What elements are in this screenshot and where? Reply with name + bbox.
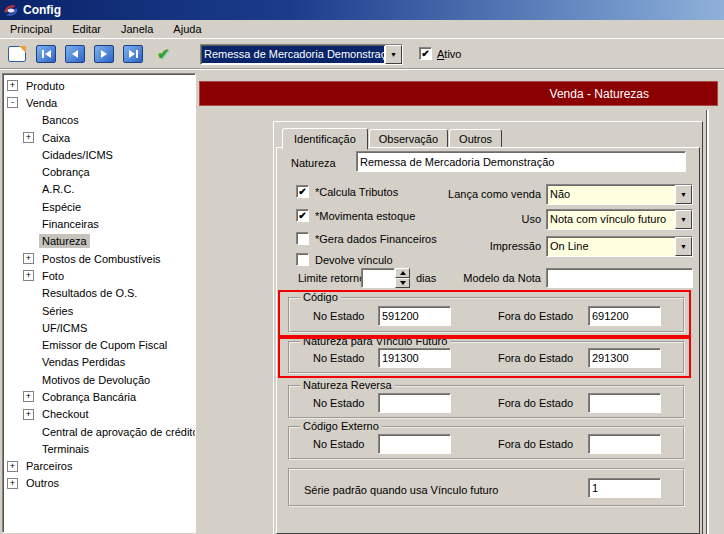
- reversa-fora-estado-input[interactable]: [588, 393, 661, 413]
- expand-icon[interactable]: +: [23, 253, 34, 264]
- tree-item-label: Bancos: [39, 113, 82, 127]
- tree-item-venda[interactable]: -Venda: [3, 94, 195, 111]
- limite-retorno-label: Limite retorno: [298, 272, 365, 284]
- tree-item-central-aprovacao[interactable]: Central de aprovação de crédito: [3, 423, 195, 440]
- expand-icon[interactable]: +: [23, 270, 34, 281]
- tree-item-uf-icms[interactable]: UF/ICMS: [3, 319, 195, 336]
- no-estado-label: No Estado: [313, 310, 364, 322]
- serie-padrao-input[interactable]: [588, 478, 661, 498]
- spin-up-button[interactable]: [395, 268, 410, 278]
- tree-item-foto[interactable]: +Foto: [3, 267, 195, 284]
- tree-item-vendas-perdidas[interactable]: Vendas Perdidas: [3, 354, 195, 371]
- codigo-no-estado-input[interactable]: [378, 306, 451, 326]
- limite-retorno-spinner: [395, 268, 410, 288]
- vinculo-no-estado-input[interactable]: [378, 348, 451, 368]
- panel-edge-divider: [706, 110, 709, 534]
- tree-item-especie[interactable]: Espécie: [3, 198, 195, 215]
- fora-do-estado-label: Fora do Estado: [498, 438, 573, 450]
- expand-icon[interactable]: +: [23, 132, 34, 143]
- window-title: Config: [23, 3, 61, 17]
- lanca-como-venda-select[interactable]: Não ▼: [546, 184, 693, 205]
- tree-item-parceiros[interactable]: +Parceiros: [3, 458, 195, 475]
- tree-item-label: Resultados de O.S.: [39, 286, 140, 300]
- tab-identificacao[interactable]: Identificação: [282, 128, 368, 150]
- tree-item-cobranca[interactable]: Cobrança: [3, 163, 195, 180]
- tree-item-checkout[interactable]: +Checkout: [3, 406, 195, 423]
- tree-item-label: Venda: [23, 96, 60, 110]
- tree-item-postos-combustiveis[interactable]: +Postos de Combustíveis: [3, 250, 195, 267]
- record-selector-combobox[interactable]: Remessa de Mercadoria Demonstraçã ▼: [200, 44, 403, 65]
- tab-control: Identificação Observação Outros Natureza…: [273, 121, 703, 534]
- expand-icon[interactable]: +: [7, 80, 18, 91]
- movimenta-estoque-checkbox[interactable]: ✔: [296, 209, 309, 222]
- expand-icon[interactable]: +: [23, 391, 34, 402]
- no-estado-label: No Estado: [313, 352, 364, 364]
- tab-observacao[interactable]: Observação: [369, 129, 448, 148]
- new-record-button[interactable]: [5, 43, 29, 65]
- next-record-button[interactable]: [92, 43, 116, 65]
- devolve-vinculo-checkbox[interactable]: [296, 253, 309, 266]
- tree-item-label: Caixa: [39, 131, 73, 145]
- group-codigo-externo-title: Código Externo: [300, 420, 382, 432]
- limite-retorno-input[interactable]: [361, 268, 395, 288]
- gera-dados-financeiros-checkbox[interactable]: [296, 232, 309, 245]
- menu-principal[interactable]: Principal: [0, 20, 62, 38]
- tab-strip: Identificação Observação Outros: [282, 126, 503, 148]
- spin-down-icon: [400, 281, 406, 285]
- tree-item-cidades-icms[interactable]: Cidades/ICMS: [3, 146, 195, 163]
- tree-item-produto[interactable]: +Produto: [3, 77, 195, 94]
- impressao-select[interactable]: On Line ▼: [546, 236, 693, 257]
- movimenta-estoque-row[interactable]: ✔ *Movimenta estoque: [296, 209, 415, 222]
- chevron-down-icon[interactable]: ▼: [385, 45, 402, 64]
- tree-item-arc[interactable]: A.R.C.: [3, 181, 195, 198]
- menu-janela[interactable]: Janela: [111, 20, 163, 38]
- spin-down-button[interactable]: [395, 278, 410, 288]
- ativo-checkbox[interactable]: ✔: [419, 47, 432, 60]
- chevron-down-icon[interactable]: ▼: [675, 185, 692, 204]
- uso-select[interactable]: Nota com vínculo futuro ▼: [546, 209, 693, 230]
- calcula-tributos-row[interactable]: ✔ *Calcula Tributos: [296, 185, 398, 198]
- tree-item-label: Natureza: [39, 234, 90, 248]
- externo-fora-estado-input[interactable]: [588, 434, 661, 454]
- tree-item-resultados-os[interactable]: Resultados de O.S.: [3, 285, 195, 302]
- codigo-fora-estado-input[interactable]: [588, 306, 661, 326]
- natureza-input[interactable]: [356, 151, 686, 172]
- reversa-no-estado-input[interactable]: [378, 393, 451, 413]
- tree-item-emissor-cupom[interactable]: Emissor de Cupom Fiscal: [3, 336, 195, 353]
- menu-ajuda[interactable]: Ajuda: [163, 20, 211, 38]
- chevron-down-icon[interactable]: ▼: [675, 210, 692, 229]
- ativo-checkbox-row[interactable]: ✔ Ativo: [419, 47, 461, 60]
- externo-no-estado-input[interactable]: [378, 434, 451, 454]
- calcula-tributos-label: *Calcula Tributos: [315, 186, 398, 198]
- tab-page-identificacao: Natureza ✔ *Calcula Tributos ✔ *Moviment…: [276, 147, 700, 534]
- tab-outros[interactable]: Outros: [449, 129, 502, 148]
- last-record-button[interactable]: [121, 43, 145, 65]
- tree-item-series[interactable]: Séries: [3, 302, 195, 319]
- menu-bar: Principal Editar Janela Ajuda: [0, 20, 724, 39]
- tree-item-label: UF/ICMS: [39, 321, 90, 335]
- expand-icon[interactable]: +: [23, 409, 34, 420]
- tree-item-label: Vendas Perdidas: [39, 355, 128, 369]
- first-record-button[interactable]: [34, 43, 58, 65]
- tree-item-natureza[interactable]: Natureza: [3, 233, 195, 250]
- tree-item-financeiras[interactable]: Financeiras: [3, 215, 195, 232]
- tree-item-bancos[interactable]: Bancos: [3, 112, 195, 129]
- tree-item-label: Foto: [39, 269, 67, 283]
- expand-icon[interactable]: +: [7, 461, 18, 472]
- collapse-icon[interactable]: -: [7, 97, 18, 108]
- gera-dados-financeiros-row[interactable]: *Gera dados Financeiros: [296, 232, 437, 245]
- devolve-vinculo-row[interactable]: Devolve vínculo: [296, 253, 393, 266]
- tree-item-caixa[interactable]: +Caixa: [3, 129, 195, 146]
- chevron-down-icon[interactable]: ▼: [675, 237, 692, 256]
- calcula-tributos-checkbox[interactable]: ✔: [296, 185, 309, 198]
- modelo-da-nota-input[interactable]: [546, 268, 693, 288]
- vinculo-fora-estado-input[interactable]: [588, 348, 661, 368]
- confirm-icon[interactable]: ✔: [157, 45, 170, 63]
- menu-editar[interactable]: Editar: [62, 20, 111, 38]
- tree-item-cobranca-bancaria[interactable]: +Cobrança Bancária: [3, 388, 195, 405]
- tree-item-outros[interactable]: +Outros: [3, 475, 195, 492]
- expand-icon[interactable]: +: [7, 478, 18, 489]
- tree-item-motivos-devolucao[interactable]: Motivos de Devolução: [3, 371, 195, 388]
- previous-record-button[interactable]: [63, 43, 87, 65]
- tree-item-terminais[interactable]: Terminais: [3, 440, 195, 457]
